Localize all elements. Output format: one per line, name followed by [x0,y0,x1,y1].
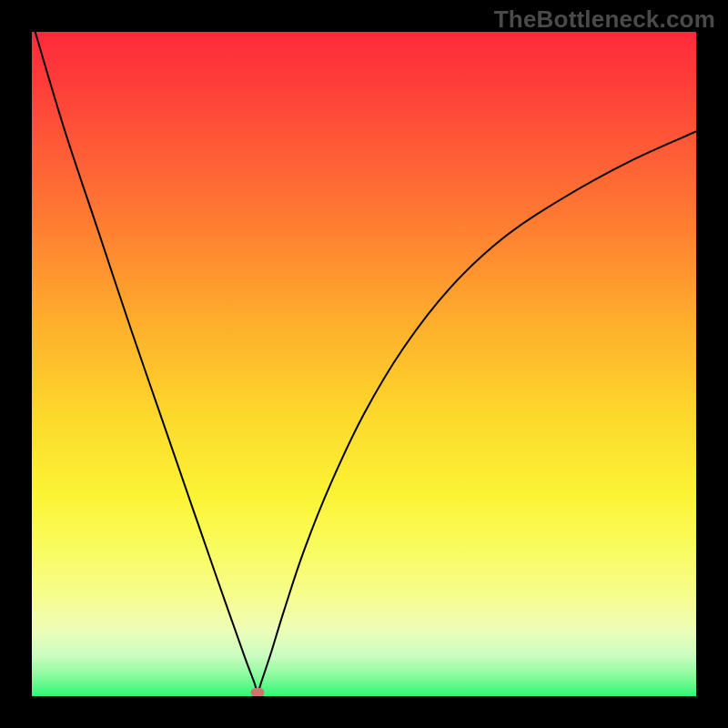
chart-frame: TheBottleneck.com [0,0,728,728]
watermark-text: TheBottleneck.com [494,5,715,34]
curve-svg [32,32,696,696]
bottleneck-curve [35,32,696,693]
minimum-marker [251,688,265,696]
plot-area [32,32,696,696]
